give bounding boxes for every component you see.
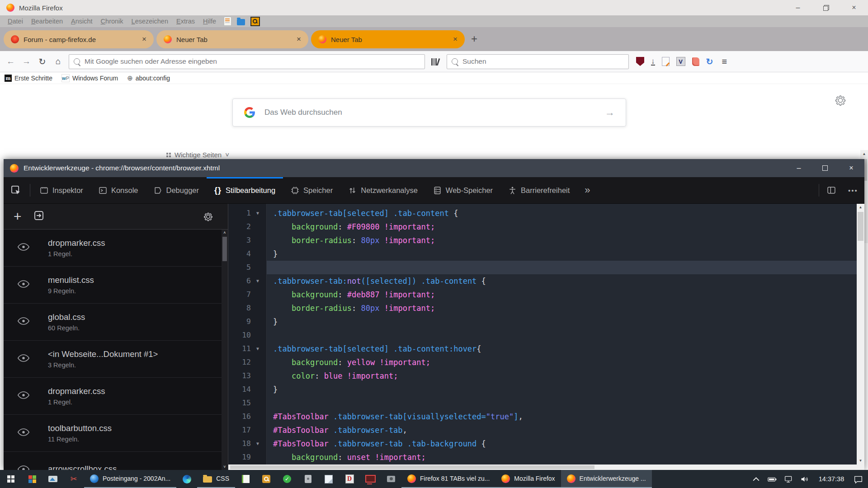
- css-editor[interactable]: 1▼.tabbrowser-tab[selected] .tab-content…: [228, 204, 864, 470]
- stylesheet-item[interactable]: global.css60 Regeln.: [4, 304, 228, 341]
- submit-arrow-icon[interactable]: →: [605, 107, 615, 118]
- taskbar-button[interactable]: Entwicklerwerkzeuge ...: [561, 470, 652, 488]
- code-text[interactable]: #TabsToolbar .tabbrowser-tab .tab-backgr…: [267, 437, 857, 450]
- scroll-up-icon[interactable]: ▲: [860, 150, 868, 156]
- stylesheet-item[interactable]: dropmarker.css1 Regel.: [4, 230, 228, 267]
- devtools-tab-barrierefreiheit[interactable]: Barrierefreiheit: [500, 177, 577, 203]
- top-sites-header[interactable]: Wichtige Seiten ˅: [166, 151, 229, 159]
- menu-item-datei[interactable]: Datei: [4, 18, 27, 25]
- ublock-icon[interactable]: [636, 57, 644, 66]
- device-icon[interactable]: [297, 470, 318, 488]
- code-line[interactable]: 11▼.tabbrowser-tab[selected] .tab-conten…: [228, 342, 857, 356]
- newtab-search-box[interactable]: →: [232, 99, 626, 127]
- battery-icon[interactable]: [765, 474, 779, 484]
- code-text[interactable]: background: #deb887 !important;: [267, 288, 857, 301]
- code-line[interactable]: 2 background: #F09800 !important;: [228, 220, 857, 234]
- stylesheet-item[interactable]: menulist.css9 Regeln.: [4, 267, 228, 304]
- minimize-button[interactable]: –: [784, 0, 812, 15]
- menu-item-hilfe[interactable]: Hilfe: [199, 18, 220, 25]
- code-line[interactable]: 7 background: #deb887 !important;: [228, 288, 857, 301]
- code-line[interactable]: 9}: [228, 315, 857, 328]
- camera-icon[interactable]: [381, 470, 401, 488]
- line-number[interactable]: 6: [228, 274, 251, 288]
- fold-arrow-icon[interactable]: ▼: [251, 274, 264, 288]
- line-number[interactable]: 3: [228, 234, 251, 247]
- volume-icon[interactable]: [797, 474, 812, 484]
- edge-icon[interactable]: [176, 470, 197, 488]
- pick-element-icon[interactable]: [4, 177, 28, 203]
- browser-tab[interactable]: Neuer Tab×: [156, 30, 308, 48]
- code-text[interactable]: background: #F09800 !important;: [267, 220, 857, 234]
- menu-item-ansicht[interactable]: Ansicht: [67, 18, 97, 25]
- split-console-icon[interactable]: [821, 177, 842, 203]
- code-text[interactable]: border-radius: 80px !important;: [267, 234, 857, 247]
- devtools-tab-stilbearbeitung[interactable]: {}Stilbearbeitung: [207, 177, 283, 203]
- code-text[interactable]: }: [267, 315, 857, 328]
- code-line[interactable]: 4}: [228, 247, 857, 261]
- home-button[interactable]: ⌂: [50, 56, 66, 66]
- code-line[interactable]: 16#TabsToolbar .tabbrowser-tab[visuallys…: [228, 410, 857, 423]
- fold-arrow-icon[interactable]: ▼: [251, 437, 264, 450]
- start-button[interactable]: [0, 470, 22, 488]
- menu-item-bearbeiten[interactable]: Bearbeiten: [27, 18, 67, 25]
- code-text[interactable]: [267, 396, 857, 410]
- tab-close-icon[interactable]: ×: [142, 35, 146, 44]
- tray-expand-icon[interactable]: [749, 474, 763, 484]
- tab-close-icon[interactable]: ×: [453, 35, 458, 44]
- devtools-tab-konsole[interactable]: Konsole: [91, 177, 146, 203]
- key-icon[interactable]: [256, 470, 277, 488]
- devtools-tab-netzwerkanalyse[interactable]: Netzwerkanalyse: [340, 177, 425, 203]
- gear-icon[interactable]: [834, 94, 847, 107]
- overflow-chevrons-icon[interactable]: »: [577, 177, 597, 203]
- v-extension-icon[interactable]: V: [676, 57, 685, 66]
- code-line[interactable]: 10: [228, 328, 857, 342]
- line-number[interactable]: 8: [228, 301, 251, 315]
- stylesheet-item[interactable]: toolbarbutton.css11 Regeln.: [4, 415, 228, 452]
- code-text[interactable]: border-radius: 80px !important;: [267, 301, 857, 315]
- monitor-icon[interactable]: [360, 470, 381, 488]
- bookmark-item[interactable]: mErste Schritte: [5, 75, 52, 82]
- gear-icon[interactable]: [203, 211, 213, 222]
- line-number[interactable]: 16: [228, 410, 251, 423]
- taskbar-button[interactable]: Firefox 81 TABs viel zu...: [401, 470, 495, 488]
- line-number[interactable]: 9: [228, 315, 251, 328]
- line-number[interactable]: 4: [228, 247, 251, 261]
- bookmark-item[interactable]: ⊕about:config: [127, 75, 170, 82]
- taskbar-button[interactable]: Posteingang - 2002An...: [84, 470, 176, 488]
- code-text[interactable]: [267, 261, 857, 274]
- url-bar[interactable]: [69, 54, 425, 69]
- bookmark-item[interactable]: wPWindows Forum: [61, 74, 118, 82]
- search-input[interactable]: [462, 57, 628, 66]
- code-line[interactable]: 1▼.tabbrowser-tab[selected] .tab-content…: [228, 206, 857, 220]
- code-text[interactable]: .tabbrowser-tab:not([selected]) .tab-con…: [267, 274, 857, 288]
- close-button[interactable]: ×: [840, 0, 868, 15]
- eye-icon[interactable]: [17, 317, 30, 327]
- download-icon[interactable]: ↓: [651, 58, 655, 66]
- code-line[interactable]: 8 border-radius: 80px !important;: [228, 301, 857, 315]
- display-icon[interactable]: [42, 470, 63, 488]
- code-text[interactable]: #TabsToolbar .tabbrowser-tab,: [267, 423, 857, 437]
- line-number[interactable]: 7: [228, 288, 251, 301]
- menu-item-lesezeichen[interactable]: Lesezeichen: [127, 18, 172, 25]
- code-line[interactable]: 17#TabsToolbar .tabbrowser-tab,: [228, 423, 857, 437]
- code-text[interactable]: .tabbrowser-tab[selected] .tab-content {: [267, 206, 857, 220]
- scroll-up-icon[interactable]: ˄: [222, 230, 228, 236]
- clock[interactable]: 14:37:38: [814, 475, 849, 483]
- line-number[interactable]: 14: [228, 383, 251, 396]
- sidebar-scrollbar[interactable]: ˄ ˅: [222, 230, 228, 470]
- menu-item-chronik[interactable]: Chronik: [97, 18, 127, 25]
- import-stylesheet-icon[interactable]: [33, 210, 44, 223]
- new-stylesheet-button[interactable]: +: [14, 211, 22, 222]
- snipping-icon[interactable]: ✂: [63, 470, 84, 488]
- line-number[interactable]: 13: [228, 369, 251, 383]
- editor-horizontal-scrollbar[interactable]: [228, 465, 857, 470]
- sync-icon[interactable]: ↻: [706, 56, 713, 67]
- maximize-button[interactable]: [812, 159, 838, 177]
- line-number[interactable]: 17: [228, 423, 251, 437]
- code-text[interactable]: background: yellow !important;: [267, 356, 857, 369]
- close-button[interactable]: ×: [838, 159, 864, 177]
- editor-vertical-scrollbar[interactable]: ▲ ▼: [857, 204, 864, 465]
- line-number[interactable]: 18: [228, 437, 251, 450]
- action-center-icon[interactable]: [851, 474, 865, 484]
- code-line[interactable]: 3 border-radius: 80px !important;: [228, 234, 857, 247]
